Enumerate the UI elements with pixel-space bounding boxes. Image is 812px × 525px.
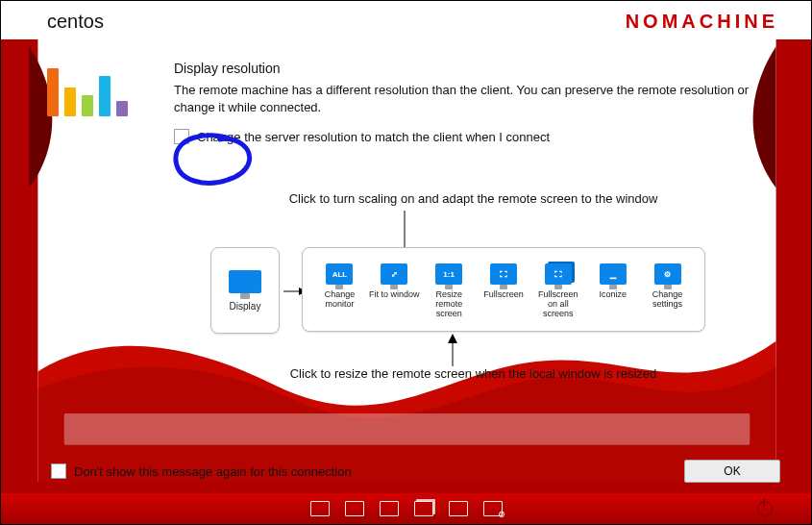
toolbar-settings-icon[interactable]: ⚙ bbox=[483, 501, 503, 516]
resize-remote-button[interactable]: 1:1 Resize remote screen bbox=[422, 263, 477, 310]
checkbox-row: Change the server resolution to match th… bbox=[174, 129, 773, 144]
icon-label: Fullscreen on all screens bbox=[532, 290, 583, 310]
change-monitor-button[interactable]: ALL Change monitor bbox=[312, 263, 367, 310]
resize-remote-icon: 1:1 bbox=[435, 263, 462, 285]
change-settings-icon: ⚙ bbox=[654, 263, 681, 285]
fit-to-window-icon: ⤢ bbox=[381, 263, 407, 285]
bar-icon bbox=[82, 95, 93, 116]
fullscreen-all-button[interactable]: ⛶ Fullscreen on all screens bbox=[530, 263, 585, 310]
footer: Don't show this message again for this c… bbox=[1, 451, 811, 524]
dialog-window: centos NOMACHINE Display resolution The … bbox=[0, 0, 812, 525]
icon-label: Fullscreen bbox=[483, 290, 524, 310]
bars-icon bbox=[47, 59, 128, 116]
icon-label: Change monitor bbox=[314, 290, 365, 310]
match-resolution-checkbox[interactable] bbox=[174, 129, 189, 144]
page-title: centos bbox=[47, 11, 104, 33]
content: Display resolution The remote machine ha… bbox=[174, 61, 773, 144]
brand-logo: NOMACHINE bbox=[626, 10, 778, 33]
bar-icon bbox=[64, 88, 76, 116]
section-heading: Display resolution bbox=[174, 61, 773, 76]
hint-bottom: Click to resize the remote screen when t… bbox=[174, 366, 773, 381]
toolbar-fullscreen-all-icon[interactable] bbox=[414, 501, 433, 516]
toolbar-iconize-icon[interactable] bbox=[449, 501, 468, 516]
dont-show-checkbox[interactable] bbox=[51, 463, 66, 479]
fullscreen-button[interactable]: ⛶ Fullscreen bbox=[477, 263, 531, 310]
icons-group: Display ALL Change monitor ⤢ Fit to wind… bbox=[210, 247, 705, 343]
bar-icon bbox=[99, 76, 111, 116]
bar-icon bbox=[116, 101, 128, 116]
monitor-icon bbox=[229, 270, 261, 293]
change-monitor-icon: ALL bbox=[326, 263, 353, 285]
toolbar-fit-icon[interactable] bbox=[310, 501, 330, 516]
fullscreen-all-icon: ⛶ bbox=[545, 263, 572, 285]
icon-label: Resize remote screen bbox=[424, 290, 475, 310]
display-tile-label: Display bbox=[230, 301, 261, 312]
dont-show-row: Don't show this message again for this c… bbox=[51, 463, 352, 479]
fullscreen-icon: ⛶ bbox=[490, 263, 517, 285]
iconize-icon: ▁ bbox=[600, 263, 627, 285]
fit-to-window-button[interactable]: ⤢ Fit to window bbox=[367, 263, 422, 310]
hint-top: Click to turn scaling on and adapt the r… bbox=[174, 191, 773, 206]
icon-label: Change settings bbox=[642, 290, 693, 310]
display-tile[interactable]: Display bbox=[210, 247, 280, 334]
header: centos NOMACHINE bbox=[1, 1, 811, 39]
icon-label: Iconize bbox=[599, 290, 627, 310]
icon-label: Fit to window bbox=[369, 290, 420, 310]
bottom-toolbar: ⚙ bbox=[1, 493, 811, 524]
ok-button[interactable]: OK bbox=[684, 460, 780, 483]
footer-row: Don't show this message again for this c… bbox=[1, 451, 811, 491]
iconize-button[interactable]: ▁ Iconize bbox=[585, 263, 640, 310]
toolbar-fullscreen-icon[interactable] bbox=[380, 501, 399, 516]
match-resolution-label: Change the server resolution to match th… bbox=[197, 130, 550, 144]
change-settings-button[interactable]: ⚙ Change settings bbox=[640, 263, 695, 310]
bar-icon bbox=[47, 68, 59, 116]
section-body: The remote machine has a different resol… bbox=[174, 82, 773, 115]
svg-rect-1 bbox=[64, 413, 750, 445]
toolbar-resize-icon[interactable] bbox=[345, 501, 364, 516]
power-icon[interactable] bbox=[757, 501, 773, 516]
options-panel: ALL Change monitor ⤢ Fit to window 1:1 R… bbox=[302, 247, 705, 332]
dont-show-label: Don't show this message again for this c… bbox=[74, 464, 352, 479]
